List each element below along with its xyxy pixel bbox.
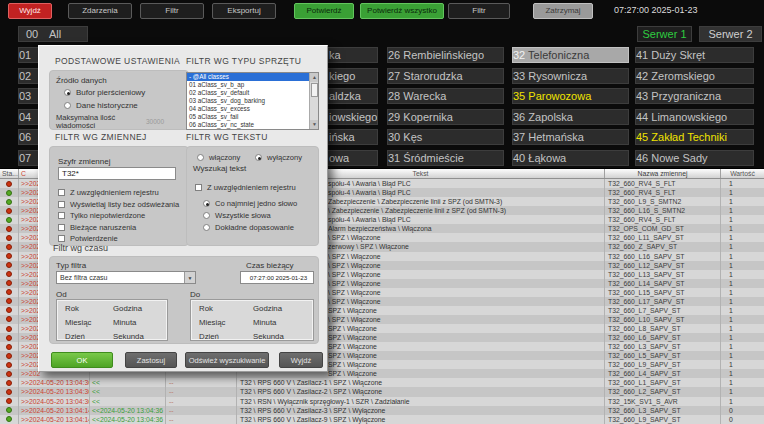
event-variable: T32_660_L5_SAPV_ST [605, 351, 721, 360]
station-tile[interactable]: 27 Starorudzka [387, 68, 504, 84]
text-filter-enable-radio[interactable]: włączony [197, 153, 240, 162]
event-value: 0 [721, 415, 764, 424]
confirm-button[interactable]: Potwierdź [294, 3, 354, 19]
station-number: 27 [388, 70, 400, 82]
event-row[interactable]: >>2024-05-20 13:04:14 <<2024-05-20 13:04… [0, 406, 764, 415]
station-name: Limanowskiego [651, 111, 727, 123]
station-number: 33 [513, 70, 525, 82]
variable-filter-checkbox[interactable]: Bieżące naruszenia [58, 223, 136, 232]
variable-filter-checkbox[interactable]: Potwierdzenie [58, 234, 118, 243]
text-match-radio[interactable]: Wszystkie słowa [203, 211, 271, 220]
confirm-all-button[interactable]: Potwierdź wszystko [360, 3, 444, 19]
equipment-class-item[interactable]: 03 aClass_sv_dog_barking [187, 97, 310, 105]
variable-code-input[interactable]: T32* [58, 167, 176, 180]
equipment-class-item[interactable]: 05 aClass_sv_fail [187, 113, 310, 121]
server-1-button[interactable]: Serwer 1 [637, 26, 692, 42]
radio-label: Dokładne dopasowanie [215, 223, 294, 232]
station-tile[interactable]: 32 Telefoniczna [512, 47, 629, 63]
event-variable: T32_660_RV4_S_FLT [605, 179, 721, 188]
station-number: 40 [513, 152, 525, 164]
scroll-down-icon[interactable]: ▼ [310, 120, 319, 129]
radio-icon[interactable] [64, 89, 71, 96]
station-tile[interactable]: 33 Rysownicza [512, 68, 629, 84]
data-source-radio[interactable]: Bufor pierścieniowy [64, 88, 145, 97]
station-tile[interactable]: 43 Przygraniczna [635, 88, 754, 104]
radio-icon[interactable] [203, 200, 210, 207]
checkbox-icon[interactable] [58, 224, 65, 231]
event-row[interactable]: >>2024-05-20 13:04:36 << -- T32 \ RPS 66… [0, 387, 764, 396]
checkbox-icon[interactable] [195, 184, 202, 191]
event-value: 1 [721, 297, 764, 306]
filter-type-select[interactable]: Bez filtra czasu ▼ [56, 271, 196, 284]
filter-button-2[interactable]: Filtr [448, 3, 510, 19]
from-time-box[interactable]: Rok Godzina Miesiąc Minuta Dzień Sekunda [56, 299, 168, 341]
header-value[interactable]: Wartość [721, 169, 764, 178]
station-tile[interactable]: 26 Rembielińskiego [387, 47, 504, 63]
header-variable-name[interactable]: Nazwa zmiennej [605, 169, 721, 178]
checkbox-icon[interactable] [58, 201, 65, 208]
station-tile[interactable]: 35 Parowozowa [512, 88, 629, 104]
station-tile[interactable]: 40 Łąkowa [512, 150, 629, 166]
to-time-box[interactable]: Rok Godzina Miesiąc Minuta Dzień Sekunda [190, 299, 314, 341]
exit-button[interactable]: Wyjdź [8, 3, 52, 19]
event-row[interactable]: >>2024-05-20 13:04:36 << -- T32 \ RSN \ … [0, 397, 764, 406]
station-tile[interactable]: 45 Zakład Techniki [635, 129, 754, 145]
event-ack: -- [166, 378, 237, 387]
radio-icon[interactable] [64, 102, 71, 109]
equipment-class-listbox[interactable]: - @All classes01 aClass_sv_b_ap02 aClass… [186, 72, 319, 130]
equipment-class-item[interactable]: 04 aClass_sv_excess [187, 105, 310, 113]
station-tile[interactable]: 44 Limanowskiego [635, 109, 754, 125]
scroll-up-icon[interactable]: ▲ [310, 73, 319, 82]
ok-button[interactable]: OK [51, 352, 113, 368]
checkbox-icon[interactable] [58, 212, 65, 219]
station-tile[interactable]: 37 Hetmańska [512, 129, 629, 145]
radio-icon[interactable] [255, 154, 262, 161]
station-number: 41 [636, 49, 648, 61]
events-button[interactable]: Zdarzenia [68, 3, 132, 19]
scrollbar-thumb[interactable] [311, 83, 318, 97]
checkbox-icon[interactable] [58, 189, 65, 196]
apply-button[interactable]: Zastosuj [125, 352, 177, 368]
station-tile[interactable]: 42 Zeromskiego [635, 68, 754, 84]
station-tile[interactable]: 31 Śródmieście [387, 150, 504, 166]
station-tile[interactable]: 41 Duży Skręt [635, 47, 754, 63]
station-tile[interactable]: 30 Kęs [387, 129, 504, 145]
equipment-class-item[interactable]: - @All classes [187, 73, 310, 81]
header-status[interactable]: Sta... [0, 169, 19, 178]
station-tile[interactable]: 29 Kopernika [387, 109, 504, 125]
variable-filter-checkbox[interactable]: Tylko niepotwierdzone [58, 211, 145, 220]
text-filter-enable-radio[interactable]: wyłączony [255, 153, 302, 162]
stop-button[interactable]: Zatrzymaj [533, 3, 593, 19]
station-tile[interactable]: 46 Nowe Sady [635, 150, 754, 166]
chevron-down-icon[interactable]: ▼ [184, 272, 195, 283]
group-tile-all[interactable]: 00 All [18, 26, 88, 42]
equipment-class-item[interactable]: 02 aClass_sv_default [187, 89, 310, 97]
station-name: Nowe Sady [651, 152, 707, 164]
checkbox-icon[interactable] [58, 235, 65, 242]
export-button[interactable]: Eksportuj [212, 3, 276, 19]
equipment-class-item[interactable]: 01 aClass_sv_b_ap [187, 81, 310, 89]
equipment-class-item[interactable]: 06 aClass_sv_nc_state [187, 121, 310, 129]
event-row[interactable]: >>2024-05-20 13:04:36 << -- T32 \ RPS 66… [0, 378, 764, 387]
refresh-search-button[interactable]: Odśwież wyszukiwanie [185, 352, 269, 368]
text-register-checkbox[interactable]: Z uwzględnieniem rejestru [195, 183, 296, 192]
station-tile[interactable]: 28 Warecka [387, 88, 504, 104]
filter-button[interactable]: Filtr [140, 3, 204, 19]
listbox-scrollbar[interactable]: ▲ ▼ [309, 73, 318, 129]
variable-filter-checkbox[interactable]: Wyświetlaj listy bez odświeżania [58, 200, 179, 209]
text-match-radio[interactable]: Co najmniej jedno słowo [203, 199, 297, 208]
group-number: 00 [26, 27, 38, 41]
server-2-button[interactable]: Serwer 2 [699, 26, 762, 42]
event-row[interactable]: >>2024-05-20 13:04:14 <<2024-05-20 13:04… [0, 415, 764, 424]
station-name-fragment: owa [329, 151, 349, 165]
radio-icon[interactable] [203, 212, 210, 219]
radio-icon[interactable] [203, 224, 210, 231]
variable-filter-checkbox[interactable]: Z uwzględnieniem rejestru [58, 188, 159, 197]
current-time-input[interactable]: 07:27:00 2025-01-23 [240, 271, 314, 284]
station-tile[interactable]: 36 Zapolska [512, 109, 629, 125]
event-variable: T32_660_RV4_S_FLT [605, 188, 721, 197]
text-match-radio[interactable]: Dokładne dopasowanie [203, 223, 294, 232]
data-source-radio[interactable]: Dane historyczne [64, 101, 138, 110]
radio-icon[interactable] [197, 154, 204, 161]
dialog-exit-button[interactable]: Wyjdź [279, 352, 323, 368]
